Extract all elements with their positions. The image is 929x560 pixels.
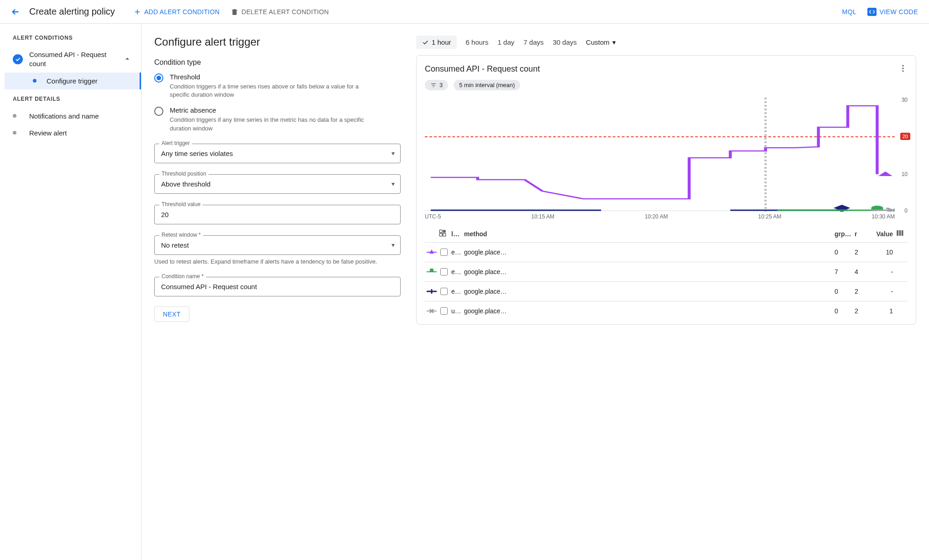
check-circle-icon (13, 54, 23, 64)
svg-rect-6 (443, 230, 446, 233)
legend-row-checkbox[interactable] (440, 249, 448, 256)
checkbox-grid-icon[interactable] (438, 229, 447, 237)
condition-name-input[interactable]: Condition name * Consumed API - Request … (154, 277, 401, 296)
page-title: Create alerting policy (29, 6, 115, 17)
sidebar-section-alert-conditions: ALERT CONDITIONS (0, 35, 141, 41)
svg-rect-9 (897, 230, 898, 236)
chart-title: Consumed API - Request count (425, 64, 540, 74)
time-range-custom[interactable]: Custom ▾ (586, 38, 616, 47)
back-button[interactable] (7, 4, 24, 20)
svg-rect-10 (899, 230, 901, 236)
sidebar: ALERT CONDITIONS Consumed API - Request … (0, 24, 141, 560)
caret-down-icon: ▾ (391, 150, 395, 157)
threshold-badge: 20 (900, 133, 910, 140)
code-icon (867, 8, 877, 16)
back-arrow-icon (10, 7, 21, 17)
sidebar-condition-item[interactable]: Consumed API - Request count (0, 47, 141, 73)
legend-table: l… method grp… r Value e…google.place…02… (425, 225, 908, 321)
form-title: Configure alert trigger (154, 36, 401, 48)
caret-down-icon: ▾ (391, 180, 395, 187)
svg-point-0 (902, 65, 903, 67)
sidebar-subitem-configure-trigger[interactable]: Configure trigger (5, 73, 141, 89)
legend-row-checkbox[interactable] (440, 288, 448, 295)
sidebar-item-notifications[interactable]: Notifications and name (0, 108, 141, 124)
sidebar-item-review-alert[interactable]: Review alert (0, 124, 141, 141)
condition-type-metric-absence-radio[interactable]: Metric absence Condition triggers if any… (154, 106, 401, 132)
filter-count-chip[interactable]: 3 (425, 80, 448, 90)
condition-type-label: Condition type (154, 58, 401, 67)
condition-type-threshold-radio[interactable]: Threshold Condition triggers if a time s… (154, 73, 401, 99)
chart-plot: 30 20 10 0 20 (425, 98, 908, 212)
time-range-option[interactable]: 30 days (553, 38, 577, 46)
alert-trigger-select[interactable]: Alert trigger Any time series violates ▾ (154, 144, 401, 163)
legend-row[interactable]: u…google.place…021 (425, 301, 908, 321)
svg-rect-5 (439, 230, 442, 233)
legend-row[interactable]: e…google.place…02- (425, 282, 908, 301)
step-dot-icon (13, 114, 16, 118)
delete-alert-condition-button[interactable]: DELETE ALERT CONDITION (230, 8, 329, 16)
svg-rect-11 (902, 230, 903, 236)
time-range-1hour[interactable]: 1 hour (416, 36, 457, 49)
svg-point-1 (902, 67, 903, 69)
series-marker-icon (425, 269, 438, 275)
columns-icon[interactable] (896, 229, 908, 239)
step-dot-icon (13, 131, 16, 135)
view-code-button[interactable]: VIEW CODE (867, 8, 918, 16)
plus-icon (133, 8, 141, 16)
top-bar: Create alerting policy ADD ALERT CONDITI… (0, 0, 929, 24)
caret-down-icon: ▾ (391, 241, 395, 249)
check-icon (422, 39, 429, 46)
legend-row-checkbox[interactable] (440, 268, 448, 275)
svg-rect-7 (439, 233, 442, 236)
legend-row-checkbox[interactable] (440, 307, 448, 315)
radio-selected-icon (154, 73, 163, 83)
mql-button[interactable]: MQL (842, 8, 857, 16)
series-marker-icon (425, 249, 438, 255)
trash-icon (230, 8, 239, 16)
filter-icon (430, 82, 437, 88)
more-vert-icon[interactable] (898, 64, 908, 74)
chevron-up-icon[interactable] (123, 54, 132, 65)
chart-card: Consumed API - Request count 3 5 min int… (416, 55, 916, 325)
threshold-position-select[interactable]: Threshold position Above threshold ▾ (154, 174, 401, 194)
legend-row[interactable]: e…google.place…74- (425, 262, 908, 282)
legend-row[interactable]: e…google.place…0210 (425, 243, 908, 262)
time-range-selector: 1 hour 6 hours1 day7 days30 days Custom … (416, 36, 916, 49)
radio-unselected-icon (154, 107, 163, 116)
threshold-value-input[interactable]: Threshold value 20 (154, 205, 401, 224)
time-range-option[interactable]: 7 days (523, 38, 543, 46)
retest-window-select[interactable]: Retest window * No retest ▾ (154, 235, 401, 255)
chart-x-axis: UTC-5 10:15 AM 10:20 AM 10:25 AM 10:30 A… (425, 213, 908, 220)
add-alert-condition-button[interactable]: ADD ALERT CONDITION (133, 8, 219, 16)
configure-trigger-form: Configure alert trigger Condition type T… (154, 36, 401, 548)
sidebar-condition-label: Consumed API - Request count (29, 50, 123, 69)
svg-point-2 (902, 70, 903, 72)
time-range-option[interactable]: 1 day (498, 38, 515, 46)
caret-down-icon: ▾ (612, 38, 616, 47)
series-marker-icon (425, 308, 438, 314)
step-dot-icon (33, 79, 37, 83)
time-range-option[interactable]: 6 hours (466, 38, 489, 46)
series-marker-icon (425, 288, 438, 295)
retest-window-helper: Used to retest alerts. Expand timeframe … (154, 258, 401, 266)
next-button[interactable]: NEXT (154, 306, 189, 322)
sidebar-section-alert-details: ALERT DETAILS (0, 96, 141, 102)
interval-chip[interactable]: 5 min interval (mean) (454, 80, 520, 90)
svg-rect-8 (443, 233, 446, 236)
